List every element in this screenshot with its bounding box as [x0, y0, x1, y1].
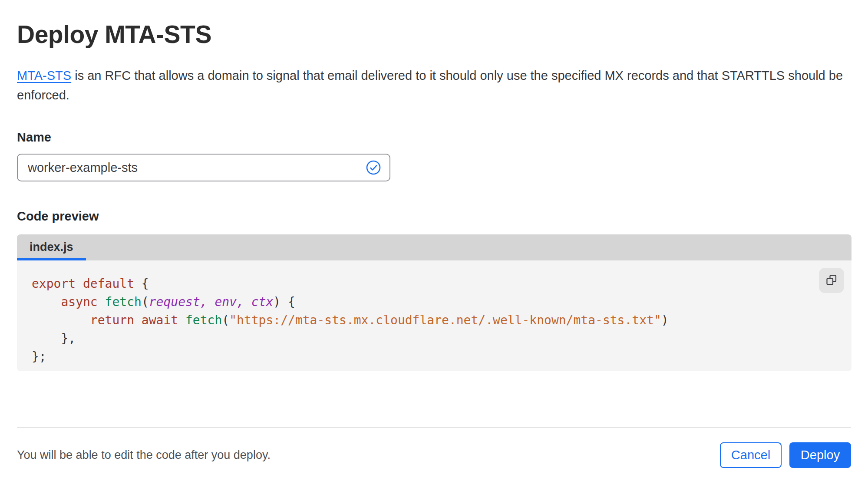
copy-button[interactable] [819, 268, 844, 293]
cancel-button[interactable]: Cancel [720, 442, 782, 468]
footer-actions: Cancel Deploy [720, 442, 851, 468]
check-circle-icon [366, 160, 381, 175]
description-text: is an RFC that allows a domain to signal… [17, 69, 843, 102]
page-title: Deploy MTA-STS [17, 0, 851, 49]
code-preview-label: Code preview [17, 209, 851, 224]
description: MTA-STS is an RFC that allows a domain t… [17, 66, 851, 105]
footer: You will be able to edit the code after … [17, 442, 851, 468]
name-input[interactable] [17, 154, 390, 181]
copy-icon [825, 274, 838, 287]
deploy-button[interactable]: Deploy [789, 442, 851, 468]
deploy-mta-sts-dialog: Deploy MTA-STS MTA-STS is an RFC that al… [0, 0, 868, 494]
name-label: Name [17, 130, 851, 145]
tab-index-js[interactable]: index.js [17, 234, 86, 260]
code-lines: export default { async fetch(request, en… [32, 275, 851, 366]
footer-note: You will be able to edit the code after … [17, 448, 271, 462]
code-editor: export default { async fetch(request, en… [17, 260, 851, 371]
code-preview-block: index.js export default { async fetch(re… [17, 234, 851, 371]
mta-sts-link[interactable]: MTA-STS [17, 69, 71, 82]
name-input-wrap [17, 154, 390, 181]
footer-divider [17, 427, 851, 428]
code-tab-bar: index.js [17, 234, 851, 260]
